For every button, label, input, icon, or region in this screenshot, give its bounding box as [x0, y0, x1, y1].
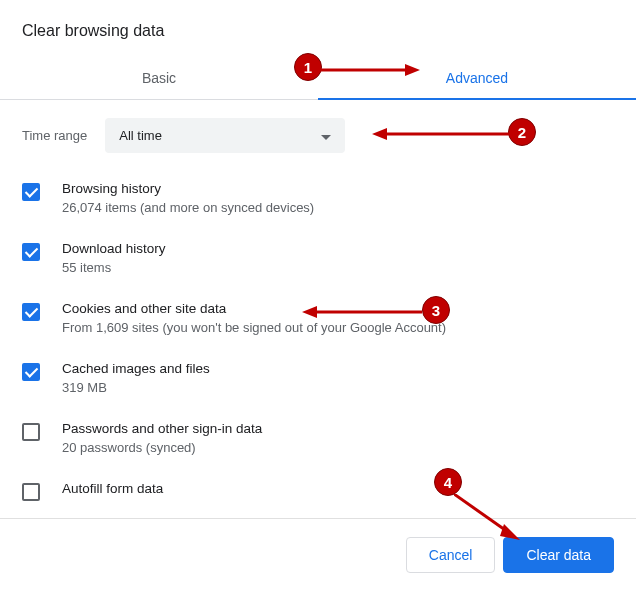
item-text: Passwords and other sign-in data 20 pass… — [62, 421, 614, 455]
item-text: Browsing history 26,074 items (and more … — [62, 181, 614, 215]
checkbox-passwords[interactable] — [22, 423, 40, 441]
item-title: Cached images and files — [62, 361, 614, 376]
checkbox-browsing-history[interactable] — [22, 183, 40, 201]
item-title: Cookies and other site data — [62, 301, 614, 316]
item-title: Passwords and other sign-in data — [62, 421, 614, 436]
item-text: Autofill form data — [62, 481, 614, 500]
list-item: Passwords and other sign-in data 20 pass… — [22, 421, 614, 455]
list-item: Autofill form data — [22, 481, 614, 501]
item-sub: From 1,609 sites (you won't be signed ou… — [62, 320, 614, 335]
time-range-select[interactable]: All time — [105, 118, 345, 153]
clear-browsing-data-dialog: Clear browsing data Basic Advanced Time … — [0, 0, 636, 591]
item-text: Download history 55 items — [62, 241, 614, 275]
dialog-title: Clear browsing data — [0, 0, 636, 50]
item-text: Cookies and other site data From 1,609 s… — [62, 301, 614, 335]
list-item: Cached images and files 319 MB — [22, 361, 614, 395]
tab-advanced[interactable]: Advanced — [318, 56, 636, 100]
cancel-button[interactable]: Cancel — [406, 537, 496, 573]
time-range-row: Time range All time — [22, 118, 614, 153]
dialog-body[interactable]: Time range All time Browsing history 26,… — [0, 100, 636, 518]
dropdown-icon — [321, 128, 331, 143]
item-title: Browsing history — [62, 181, 614, 196]
checkbox-download-history[interactable] — [22, 243, 40, 261]
clear-data-button[interactable]: Clear data — [503, 537, 614, 573]
time-range-value: All time — [119, 128, 162, 143]
tab-basic[interactable]: Basic — [0, 56, 318, 100]
time-range-label: Time range — [22, 128, 87, 143]
item-sub: 55 items — [62, 260, 614, 275]
checkbox-cache[interactable] — [22, 363, 40, 381]
item-sub: 26,074 items (and more on synced devices… — [62, 200, 614, 215]
list-item: Download history 55 items — [22, 241, 614, 275]
item-text: Cached images and files 319 MB — [62, 361, 614, 395]
checkbox-autofill[interactable] — [22, 483, 40, 501]
item-sub: 20 passwords (synced) — [62, 440, 614, 455]
checkbox-cookies[interactable] — [22, 303, 40, 321]
item-title: Download history — [62, 241, 614, 256]
item-title: Autofill form data — [62, 481, 614, 496]
tabs: Basic Advanced — [0, 56, 636, 100]
dialog-footer: Cancel Clear data — [0, 518, 636, 591]
list-item: Cookies and other site data From 1,609 s… — [22, 301, 614, 335]
list-item: Browsing history 26,074 items (and more … — [22, 181, 614, 215]
item-sub: 319 MB — [62, 380, 614, 395]
